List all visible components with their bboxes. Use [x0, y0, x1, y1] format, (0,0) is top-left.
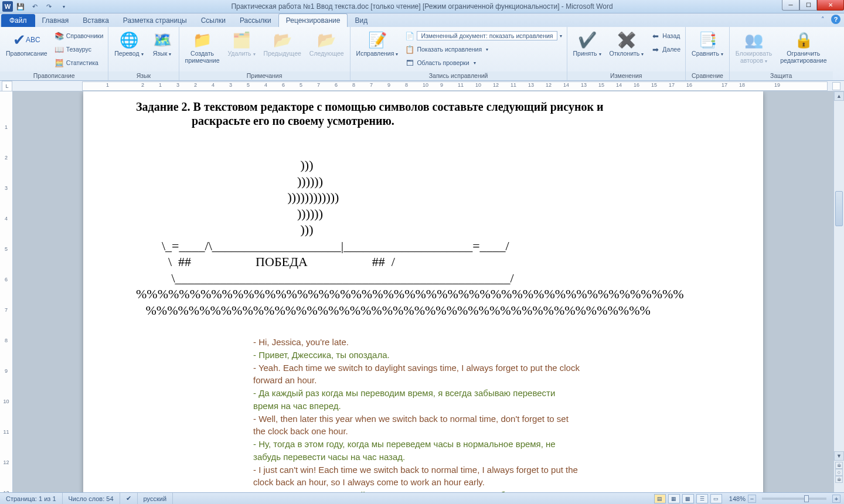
dialog-text-block: - Hi, Jessica, you're late.- Привет, Дже… — [136, 336, 581, 492]
spelling-button[interactable]: ✔ABC Правописание — [2, 28, 51, 59]
prev-page-icon[interactable]: ≑ — [835, 462, 843, 469]
outline-view-button[interactable]: ☰ — [696, 494, 708, 503]
prev-comment-button: 📂 Предыдущее — [260, 28, 305, 59]
markup-icon: 📋 — [405, 45, 414, 54]
reject-button[interactable]: ✖️ Отклонить — [606, 28, 648, 59]
group-protect: 👥 Блокировать авторов 🔒 Ограничить редак… — [730, 27, 833, 80]
tab-review[interactable]: Рецензирование — [278, 13, 348, 27]
zoom-in-button[interactable]: + — [832, 495, 840, 503]
restrict-editing-button[interactable]: 🔒 Ограничить редактирование — [777, 28, 830, 65]
translate-icon: 🌐 — [120, 29, 138, 50]
draft-view-button[interactable]: ▭ — [710, 494, 722, 503]
group-changes: ✔️ Принять ✖️ Отклонить ⬅Назад ➡Далее Из… — [567, 27, 686, 80]
close-button[interactable]: ✕ — [817, 0, 844, 11]
group-label-proofing: Правописание — [0, 71, 108, 80]
maximize-button[interactable]: ☐ — [799, 0, 817, 11]
fullscreen-reading-view-button[interactable]: ▦ — [668, 494, 680, 503]
track-changes-button[interactable]: 📝 Исправления — [353, 28, 402, 59]
zoom-slider[interactable] — [762, 498, 826, 500]
accept-button[interactable]: ✔️ Принять — [570, 28, 605, 59]
status-language[interactable]: русский — [138, 493, 173, 504]
group-proofing: ✔ABC Правописание 📚Справочники 📖Тезаурус… — [0, 27, 108, 80]
vertical-ruler[interactable]: 123456789101112131415 — [0, 91, 13, 492]
task-heading-line1: Задание 2. В текстовом редакторе с помощ… — [136, 100, 710, 114]
language-button[interactable]: 🗺️ Язык — [148, 28, 176, 59]
scroll-thumb[interactable] — [835, 191, 843, 226]
undo-icon[interactable]: ↶ — [28, 1, 41, 12]
status-page[interactable]: Страница: 1 из 1 — [0, 493, 63, 504]
web-layout-view-button[interactable]: ▩ — [682, 494, 694, 503]
quick-access-toolbar: W 💾 ↶ ↷ — [0, 1, 69, 12]
display-for-review-dropdown[interactable]: 📄Измененный документ: показать исправлен… — [403, 29, 564, 42]
tab-page-layout[interactable]: Разметка страницы — [116, 14, 194, 27]
new-comment-icon: 📁 — [193, 29, 212, 50]
thesaurus-icon: 📖 — [55, 45, 64, 54]
wordcount-button[interactable]: 🧮Статистика — [52, 56, 106, 69]
next-change-button[interactable]: ➡Далее — [648, 43, 683, 56]
save-icon[interactable]: 💾 — [14, 1, 27, 12]
block-authors-button: 👥 Блокировать авторов — [732, 28, 775, 65]
translate-button[interactable]: 🌐 Перевод — [111, 28, 147, 59]
group-label-tracking: Запись исправлений — [350, 71, 567, 80]
compare-button[interactable]: 📑 Сравнить — [688, 28, 727, 59]
horizontal-ruler[interactable]: 1213243546576879810911101211131214131514… — [82, 81, 828, 91]
book-icon: 📚 — [55, 31, 64, 40]
group-label-comments: Примечания — [179, 71, 350, 80]
thesaurus-button[interactable]: 📖Тезаурус — [52, 43, 106, 56]
scroll-down-arrow-icon[interactable]: ▼ — [834, 451, 844, 461]
tab-file[interactable]: Файл — [1, 14, 35, 27]
help-icon[interactable]: ? — [831, 15, 840, 24]
zoom-slider-thumb[interactable] — [804, 495, 809, 502]
zoom-out-button[interactable]: − — [748, 495, 756, 503]
display-icon: 📄 — [405, 31, 414, 40]
scroll-up-arrow-icon[interactable]: ▲ — [834, 91, 844, 101]
qat-customize-icon[interactable] — [56, 1, 69, 12]
show-markup-dropdown[interactable]: 📋Показать исправления — [403, 43, 564, 56]
window-controls: ─ ☐ ✕ — [782, 0, 844, 11]
ascii-art-block: ))) )))))) )))))))))))) )))))) — [136, 157, 710, 318]
proofing-status-icon: ✔ — [126, 495, 131, 502]
minimize-ribbon-icon[interactable]: ˄ — [818, 15, 828, 24]
next-page-icon[interactable]: ≑ — [835, 476, 843, 483]
arrow-left-icon: ⬅ — [651, 31, 660, 40]
dialog-line: - Привет, Джессика, ты опоздала. — [253, 349, 581, 362]
window-title: Практическая работа №1 Ввод текста.doc [… — [231, 2, 612, 11]
redo-icon[interactable]: ↷ — [42, 1, 55, 12]
tab-mailings[interactable]: Рассылки — [233, 14, 278, 27]
previous-change-button[interactable]: ⬅Назад — [648, 29, 683, 42]
tab-view[interactable]: Вид — [348, 14, 375, 27]
pane-icon: 🗔 — [405, 58, 414, 67]
group-label-changes: Изменения — [567, 71, 686, 80]
ribbon-tabs: Файл Главная Вставка Разметка страницы С… — [0, 13, 844, 27]
select-browse-object-icon[interactable]: ○ — [835, 469, 843, 476]
track-changes-icon: 📝 — [368, 29, 387, 50]
tab-home[interactable]: Главная — [35, 14, 76, 27]
zoom-level[interactable]: 148% — [729, 495, 746, 502]
status-word-count[interactable]: Число слов: 54 — [63, 493, 120, 504]
document-scroll-area[interactable]: Задание 2. В текстовом редакторе с помощ… — [13, 91, 844, 492]
block-authors-icon: 👥 — [744, 29, 763, 50]
document-page[interactable]: Задание 2. В текстовом редакторе с помощ… — [83, 91, 763, 492]
vertical-scrollbar[interactable]: ▲ ▼ ≑ ○ ≑ — [833, 91, 844, 492]
ruler-toggle-button[interactable] — [832, 82, 840, 90]
status-proofing[interactable]: ✔ — [120, 493, 138, 504]
accept-icon: ✔️ — [578, 29, 597, 50]
research-button[interactable]: 📚Справочники — [52, 29, 106, 42]
next-comment-icon: 📂 — [317, 29, 336, 50]
restrict-icon: 🔒 — [794, 29, 813, 50]
tab-references[interactable]: Ссылки — [194, 14, 233, 27]
new-comment-button[interactable]: 📁 Создать примечание — [182, 28, 223, 65]
reviewing-pane-dropdown[interactable]: 🗔Область проверки — [403, 56, 564, 69]
dialog-line: - Ну, тогда в этом году, когда мы переве… — [253, 438, 581, 464]
tab-selector[interactable]: L — [2, 81, 12, 91]
print-layout-view-button[interactable]: ▤ — [654, 494, 666, 503]
group-language: 🌐 Перевод 🗺️ Язык Язык — [108, 27, 179, 80]
minimize-button[interactable]: ─ — [782, 0, 799, 11]
delete-comment-icon: 🗂️ — [232, 29, 251, 50]
tab-insert[interactable]: Вставка — [76, 14, 116, 27]
arrow-right-icon: ➡ — [651, 45, 660, 54]
spelling-icon: ✔ABC — [13, 29, 40, 50]
group-tracking: 📝 Исправления 📄Измененный документ: пока… — [350, 27, 567, 80]
word-app-icon[interactable]: W — [2, 1, 13, 12]
ribbon: ✔ABC Правописание 📚Справочники 📖Тезаурус… — [0, 27, 844, 81]
